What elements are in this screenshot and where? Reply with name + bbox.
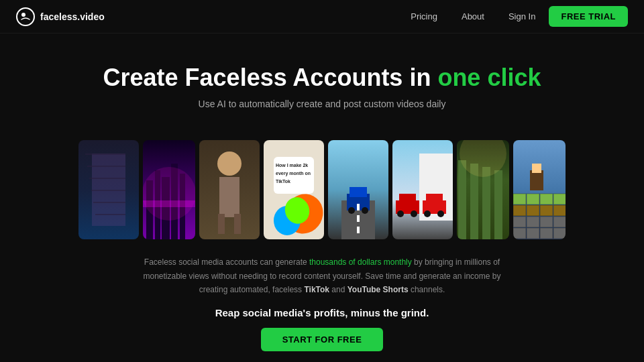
svg-point-0 xyxy=(17,8,34,25)
gallery-canvas-1 xyxy=(78,140,139,239)
nav-free-trial-button[interactable]: FREE TRIAL xyxy=(549,6,628,27)
start-for-free-button[interactable]: START FOR FREE xyxy=(261,328,384,351)
gallery-canvas-2 xyxy=(143,140,195,239)
nav-about[interactable]: About xyxy=(451,7,495,25)
gallery-item-5 xyxy=(328,140,388,239)
desc-platform1: TikTok xyxy=(304,285,329,294)
hero-title: Create Faceless Accounts in one click xyxy=(13,63,631,92)
hero-subtitle: Use AI to automatically create and post … xyxy=(13,99,631,109)
logo-text: faceless.video xyxy=(40,11,105,22)
gallery-canvas-5 xyxy=(328,140,388,239)
logo[interactable]: faceless.video xyxy=(16,7,105,26)
navbar: faceless.video Pricing About Sign In FRE… xyxy=(0,0,644,34)
gallery-item-6 xyxy=(392,140,453,239)
hero-title-accent: one click xyxy=(437,64,541,91)
nav-links: Pricing About Sign In FREE TRIAL xyxy=(400,6,628,27)
gallery-item-7 xyxy=(457,140,509,239)
video-gallery xyxy=(0,128,644,249)
gallery-canvas-8 xyxy=(513,140,566,239)
gallery-canvas-6 xyxy=(392,140,453,239)
svg-point-1 xyxy=(21,13,25,17)
description-section: Faceless social media accounts can gener… xyxy=(121,249,523,300)
desc-text-end: channels. xyxy=(409,285,445,294)
gallery-item-8 xyxy=(513,140,566,239)
nav-pricing[interactable]: Pricing xyxy=(400,7,448,25)
gallery-item-1 xyxy=(78,140,139,239)
hero-section: Create Faceless Accounts in one click Us… xyxy=(0,34,644,128)
gallery-item-3 xyxy=(199,140,260,239)
logo-icon xyxy=(16,7,35,26)
nav-signin[interactable]: Sign In xyxy=(498,7,546,25)
views-section: We Get Views Check out these results fro… xyxy=(0,351,644,362)
tagline: Reap social media's profits, minus the g… xyxy=(0,307,644,318)
desc-text-before: Faceless social media accounts can gener… xyxy=(144,257,309,267)
gallery-canvas-7 xyxy=(457,140,509,239)
gallery-canvas-4 xyxy=(264,140,324,239)
hero-title-start: Create Faceless Accounts in xyxy=(103,64,438,91)
desc-text-between: and xyxy=(329,285,347,294)
gallery-item-4 xyxy=(264,140,324,239)
desc-platform2: YouTube Shorts xyxy=(347,285,409,294)
gallery-canvas-3 xyxy=(199,140,260,239)
gallery-item-2 xyxy=(143,140,195,239)
desc-highlight: thousands of dollars monthly xyxy=(309,257,412,267)
